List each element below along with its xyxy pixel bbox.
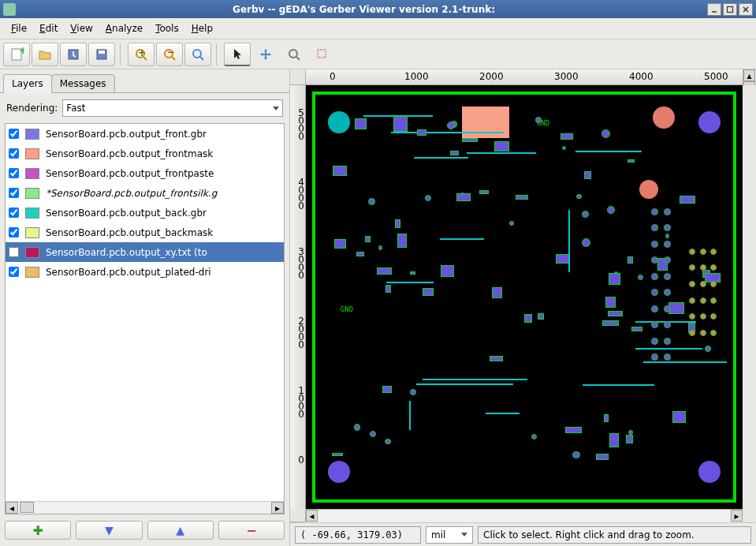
layer-visibility-checkbox[interactable]	[9, 168, 19, 178]
header-pad	[710, 313, 717, 320]
menu-edit[interactable]: Edit	[33, 21, 64, 36]
pan-tool-button[interactable]	[252, 43, 279, 66]
close-button[interactable]	[739, 3, 753, 16]
header-pad	[664, 289, 671, 296]
pcb-feature	[370, 431, 376, 437]
layer-row[interactable]: SensorBoard.pcb.output_frontmask	[6, 144, 284, 163]
pcb-feature	[492, 287, 502, 298]
layer-color-swatch[interactable]	[25, 188, 39, 199]
revert-button[interactable]	[60, 43, 87, 66]
tab-messages[interactable]: Messages	[51, 74, 115, 93]
scroll-right-icon[interactable]: ▸	[271, 502, 284, 514]
header-pad	[651, 353, 658, 361]
pcb-feature	[609, 273, 620, 285]
scroll-track[interactable]	[34, 502, 271, 514]
pcb-feature	[631, 327, 642, 332]
header-pad	[710, 330, 717, 336]
pcb-feature	[607, 206, 615, 214]
layer-visibility-checkbox[interactable]	[9, 247, 19, 257]
pcb-feature	[672, 411, 685, 423]
vscrollbar[interactable]: ▴ ▾	[743, 69, 756, 85]
layer-color-swatch[interactable]	[25, 267, 39, 278]
layer-row[interactable]: SensorBoard.pcb.output_xy.txt (to	[6, 242, 284, 262]
layer-row[interactable]: *SensorBoard.pcb.output_frontsilk.g	[6, 183, 284, 203]
header-pad	[689, 330, 695, 336]
pcb-feature	[334, 239, 345, 249]
layer-visibility-checkbox[interactable]	[9, 129, 19, 139]
layer-filename: SensorBoard.pcb.output_frontmask	[46, 148, 281, 159]
header-pad	[689, 313, 695, 320]
pcb-feature	[386, 282, 434, 283]
header-pad	[651, 256, 658, 264]
tab-layers[interactable]: Layers	[3, 74, 52, 93]
pcb-feature	[494, 141, 510, 152]
pcb-feature	[490, 356, 503, 361]
save-button[interactable]	[88, 43, 115, 66]
pcb-feature	[416, 383, 464, 385]
layer-visibility-checkbox[interactable]	[9, 188, 19, 198]
layer-color-swatch[interactable]	[25, 208, 39, 219]
menu-help[interactable]: Help	[185, 21, 219, 36]
menu-file[interactable]: File	[5, 21, 33, 36]
menu-label: ile	[16, 23, 27, 34]
toggle-render-button[interactable]	[309, 43, 336, 66]
layer-row[interactable]: SensorBoard.pcb.output_back.gbr	[6, 203, 284, 223]
main-area: Layers Messages Rendering: Fast SensorBo…	[0, 69, 756, 546]
layer-rows[interactable]: SensorBoard.pcb.output_front.gbrSensorBo…	[6, 124, 284, 501]
move-up-button[interactable]: ▲	[147, 521, 214, 540]
menu-view[interactable]: View	[64, 21, 99, 36]
svg-rect-1	[728, 6, 733, 12]
ruler-tick: 2000	[290, 317, 304, 349]
scroll-left-icon[interactable]: ◂	[306, 510, 318, 522]
layer-row[interactable]: SensorBoard.pcb.output_frontpaste	[6, 163, 284, 183]
layer-visibility-checkbox[interactable]	[9, 148, 19, 159]
remove-layer-button[interactable]: −	[218, 521, 285, 540]
header-pad	[664, 256, 671, 264]
scroll-right-icon[interactable]: ▸	[731, 510, 743, 522]
app-icon	[3, 3, 16, 16]
zoom-fit-button[interactable]	[184, 43, 211, 66]
layer-color-swatch[interactable]	[25, 168, 39, 179]
measure-tool-button[interactable]	[281, 43, 307, 66]
add-layer-button[interactable]: ✚	[5, 521, 71, 540]
layer-row[interactable]: SensorBoard.pcb.output_backmask	[6, 223, 284, 242]
layer-color-swatch[interactable]	[25, 247, 39, 258]
menu-tools[interactable]: Tools	[149, 21, 185, 36]
layer-row[interactable]: SensorBoard.pcb.output_plated-dri	[6, 262, 284, 282]
layer-color-swatch[interactable]	[25, 227, 39, 238]
pcb-feature	[516, 195, 529, 200]
pcb-canvas[interactable]: GND GND TC	[306, 85, 743, 509]
open-button[interactable]	[32, 43, 58, 66]
svg-text:+: +	[138, 47, 146, 58]
layer-visibility-checkbox[interactable]	[9, 267, 19, 277]
layer-hscroll[interactable]: ◂ ▸	[6, 501, 284, 514]
unit-combo[interactable]: mil	[426, 526, 473, 544]
hscrollbar[interactable]: ◂ ▸	[306, 509, 743, 522]
pcb-feature	[382, 386, 392, 392]
move-down-button[interactable]: ▼	[76, 521, 142, 540]
scroll-up-icon[interactable]: ▴	[743, 69, 755, 81]
new-button[interactable]: +	[3, 43, 30, 66]
layer-visibility-checkbox[interactable]	[9, 227, 19, 237]
layer-color-swatch[interactable]	[25, 148, 39, 159]
header-pad	[689, 281, 695, 287]
maximize-button[interactable]	[723, 3, 737, 16]
pointer-tool-button[interactable]	[224, 43, 251, 66]
layer-row[interactable]: SensorBoard.pcb.output_front.gbr	[6, 124, 284, 144]
toolbar: + + −	[0, 39, 756, 69]
rendering-combo[interactable]: Fast	[62, 99, 283, 117]
menu-analyze[interactable]: Analyze	[99, 21, 149, 36]
header-pad	[651, 305, 658, 312]
zoom-in-button[interactable]: +	[128, 43, 155, 66]
layer-color-swatch[interactable]	[25, 129, 39, 140]
layer-visibility-checkbox[interactable]	[9, 208, 19, 218]
scroll-left-icon[interactable]: ◂	[6, 502, 18, 514]
minus-icon: −	[246, 523, 256, 538]
pcb-feature	[450, 151, 459, 155]
status-msg: Click to select. Right click and drag to…	[478, 526, 751, 544]
hscroll-track[interactable]	[318, 510, 731, 522]
minimize-button[interactable]	[707, 3, 721, 16]
zoom-out-button[interactable]: −	[156, 43, 183, 66]
scroll-thumb[interactable]	[20, 502, 34, 513]
header-pad	[710, 281, 717, 287]
